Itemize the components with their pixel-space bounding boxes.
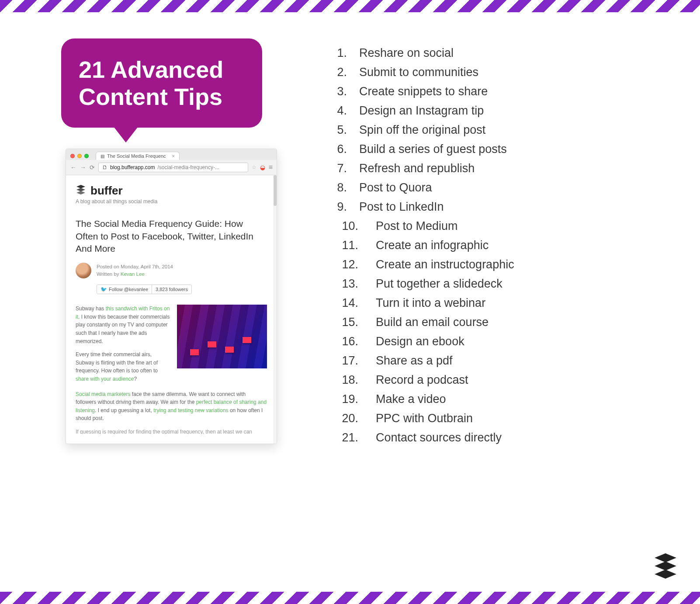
pocket-icon[interactable]: ◒ xyxy=(260,164,265,171)
tip-item: PPC with Outbrain xyxy=(328,413,700,424)
author-link[interactable]: Kevan Lee xyxy=(121,271,145,277)
tip-label: Create an instructographic xyxy=(376,259,514,271)
tab-favicon-icon: ▤ xyxy=(100,154,104,159)
window-minimize-icon[interactable] xyxy=(77,154,82,158)
tip-item: Post to Medium xyxy=(328,220,700,232)
menu-hamburger-icon[interactable]: ≡ xyxy=(269,163,272,171)
scrollbar-track[interactable] xyxy=(274,175,277,444)
tip-item: Post to LinkedIn xyxy=(328,201,700,213)
tip-item: Spin off the original post xyxy=(328,124,700,136)
tips-list: Reshare on socialSubmit to communitiesCr… xyxy=(328,47,700,444)
nav-reload-icon[interactable]: ⟳ xyxy=(90,164,95,171)
tip-label: Design an ebook xyxy=(376,336,464,347)
speech-arrow-icon xyxy=(114,127,138,142)
window-zoom-icon[interactable] xyxy=(84,154,89,158)
mixer-knob-icon xyxy=(190,349,199,355)
tip-item: Create an infographic xyxy=(328,240,700,251)
tip-item: Post to Quora xyxy=(328,182,700,194)
twitter-follow-widget[interactable]: 🐦 Follow @kevanlee 3,823 followers xyxy=(97,285,192,294)
scrollbar-thumb[interactable] xyxy=(274,175,277,206)
content-area: 21 Advanced Content Tips ▤ The Social Me… xyxy=(0,12,700,592)
testing-link[interactable]: trying and testing new variations xyxy=(153,407,228,413)
tip-label: Share as a pdf xyxy=(376,355,453,367)
share-audience-link[interactable]: share with your audience xyxy=(76,376,134,382)
tip-item: Turn it into a webinar xyxy=(328,297,700,309)
tip-label: Turn it into a webinar xyxy=(376,297,485,309)
marketers-link[interactable]: Social media marketers xyxy=(76,391,130,397)
title-speech-bubble: 21 Advanced Content Tips xyxy=(61,38,262,128)
tip-label: Spin off the original post xyxy=(359,124,485,136)
right-column: Reshare on socialSubmit to communitiesCr… xyxy=(315,12,700,592)
tip-label: Contact sources directly xyxy=(376,432,502,444)
tip-label: Post to Quora xyxy=(359,182,432,194)
url-path: /social-media-frequency-... xyxy=(158,164,219,170)
browser-tab[interactable]: ▤ The Social Media Frequenc × xyxy=(96,152,180,160)
twitter-bird-icon: 🐦 xyxy=(100,286,107,292)
tip-item: Create snippets to share xyxy=(328,86,700,97)
tip-label: Put together a slidedeck xyxy=(376,278,502,290)
nav-forward-icon[interactable]: → xyxy=(80,164,86,171)
author-avatar[interactable] xyxy=(76,263,91,278)
tip-label: Submit to communities xyxy=(359,66,478,78)
tip-label: Refresh and republish xyxy=(359,163,475,174)
mixer-knob-icon xyxy=(225,347,234,353)
tip-label: Make a video xyxy=(376,393,446,405)
tip-item: Design an Instagram tip xyxy=(328,105,700,117)
article-hero-image xyxy=(177,305,267,368)
left-column: 21 Advanced Content Tips ▤ The Social Me… xyxy=(0,12,315,592)
tip-label: Create an infographic xyxy=(376,240,489,251)
browser-toolbar: ← → ⟳ 🗋 blog.bufferapp.com/social-media-… xyxy=(66,160,277,175)
article-body-full: Social media marketers face the same dil… xyxy=(76,390,267,434)
article-body-left: Subway has this sandwich with Fritos on … xyxy=(76,305,171,388)
tip-item: Submit to communities xyxy=(328,66,700,78)
article-title: The Social Media Frequency Guide: How Of… xyxy=(76,218,267,255)
footer-buffer-logo-icon xyxy=(653,553,678,580)
page-content: buffer A blog about all things social me… xyxy=(66,175,277,444)
article-byline: Posted on Monday, April 7th, 2014 Writte… xyxy=(76,263,267,278)
tip-item: Reshare on social xyxy=(328,47,700,59)
tip-label: Reshare on social xyxy=(359,47,454,59)
nav-back-icon[interactable]: ← xyxy=(70,164,76,171)
tip-label: Create snippets to share xyxy=(359,86,488,97)
tip-label: PPC with Outbrain xyxy=(376,413,473,424)
tab-title: The Social Media Frequenc xyxy=(107,153,166,159)
tip-label: Post to LinkedIn xyxy=(359,201,444,213)
post-date: Posted on Monday, April 7th, 2014 xyxy=(97,263,173,271)
tip-item: Create an instructographic xyxy=(328,259,700,271)
tip-item: Design an ebook xyxy=(328,336,700,347)
follower-count: 3,823 followers xyxy=(152,285,191,293)
tip-item: Build a series of guest posts xyxy=(328,143,700,155)
buffer-logo-icon xyxy=(76,184,86,198)
tip-label: Build a series of guest posts xyxy=(359,143,507,155)
byline-text: Posted on Monday, April 7th, 2014 Writte… xyxy=(97,263,173,278)
article-lede: Subway has this sandwich with Fritos on … xyxy=(76,305,267,388)
browser-titlebar: ▤ The Social Media Frequenc × xyxy=(66,149,277,160)
follow-label: Follow @kevanlee xyxy=(109,287,148,292)
tip-label: Design an Instagram tip xyxy=(359,105,484,117)
tip-item: Contact sources directly xyxy=(328,432,700,444)
bookmark-star-icon[interactable]: ☆ xyxy=(252,164,256,170)
tip-label: Post to Medium xyxy=(376,220,458,232)
tab-close-icon[interactable]: × xyxy=(172,153,175,159)
tip-item: Record a podcast xyxy=(328,374,700,386)
tip-item: Build an email course xyxy=(328,316,700,328)
tip-item: Put together a slidedeck xyxy=(328,278,700,290)
decorative-stripe-bottom xyxy=(0,592,700,604)
tip-item: Make a video xyxy=(328,393,700,405)
tip-item: Refresh and republish xyxy=(328,163,700,174)
window-close-icon[interactable] xyxy=(70,154,75,158)
brand-name: buffer xyxy=(90,184,123,198)
decorative-stripe-top xyxy=(0,0,700,12)
mixer-knob-icon xyxy=(243,337,251,343)
tip-label: Build an email course xyxy=(376,316,489,328)
written-by-prefix: Written by xyxy=(97,271,121,277)
tip-label: Record a podcast xyxy=(376,374,468,386)
url-host: blog.bufferapp.com xyxy=(110,164,155,170)
page-icon: 🗋 xyxy=(102,164,107,170)
cutoff-paragraph: If guessing is required for finding the … xyxy=(76,428,267,434)
brand-tagline: A blog about all things social media xyxy=(76,198,267,205)
title-text: 21 Advanced Content Tips xyxy=(79,56,223,110)
site-brand[interactable]: buffer xyxy=(76,184,267,198)
browser-window: ▤ The Social Media Frequenc × ← → ⟳ 🗋 bl… xyxy=(66,149,277,444)
address-bar[interactable]: 🗋 blog.bufferapp.com/social-media-freque… xyxy=(98,163,248,172)
